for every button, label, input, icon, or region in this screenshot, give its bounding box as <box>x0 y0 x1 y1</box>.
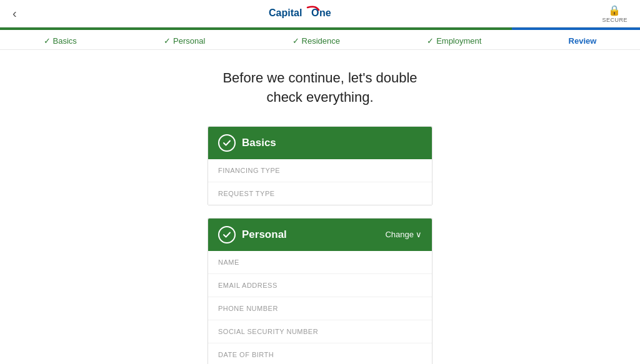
field-dob: DATE OF BIRTH <box>208 343 432 364</box>
section-personal-fields: NAME EMAIL ADDRESS PHONE NUMBER SOCIAL S… <box>208 251 432 364</box>
lock-icon: 🔒 <box>608 4 621 16</box>
section-basics-check <box>218 134 236 152</box>
step-residence-label: Residence <box>302 36 340 46</box>
personal-change-button[interactable]: Change ∨ <box>385 230 422 239</box>
step-basics[interactable]: ✓ Basics <box>44 36 77 46</box>
step-personal[interactable]: ✓ Personal <box>164 36 205 46</box>
header: ‹ Capital O ne 🔒 SECURE <box>0 0 640 27</box>
progress-basics <box>0 27 128 30</box>
personal-change-label: Change <box>385 230 414 239</box>
check-icon-basics: ✓ <box>44 36 51 46</box>
step-personal-label: Personal <box>173 36 205 46</box>
step-basics-label: Basics <box>53 36 77 46</box>
page-title: Before we continue, let's double check e… <box>208 69 432 107</box>
section-personal: Personal Change ∨ NAME EMAIL ADDRESS PHO… <box>208 218 432 364</box>
chevron-down-icon: ∨ <box>416 230 422 239</box>
secure-label: SECURE <box>602 17 628 23</box>
progress-residence <box>256 27 384 30</box>
step-review[interactable]: Review <box>569 36 597 46</box>
check-icon-employment: ✓ <box>427 36 434 46</box>
section-basics-title: Basics <box>242 137 276 149</box>
section-basics-left: Basics <box>218 134 276 152</box>
progress-bar <box>0 27 640 30</box>
progress-personal <box>128 27 256 30</box>
check-icon-residence: ✓ <box>292 36 299 46</box>
section-personal-title: Personal <box>242 229 287 241</box>
progress-review <box>512 27 640 30</box>
section-basics-header: Basics <box>208 127 432 159</box>
steps-nav: ✓ Basics ✓ Personal ✓ Residence ✓ Employ… <box>0 30 640 50</box>
field-name: NAME <box>208 251 432 274</box>
step-employment-label: Employment <box>436 36 481 46</box>
field-email: EMAIL ADDRESS <box>208 274 432 297</box>
svg-text:ne: ne <box>319 7 331 18</box>
section-basics-fields: FINANCING TYPE REQUEST TYPE <box>208 159 432 205</box>
step-residence[interactable]: ✓ Residence <box>292 36 340 46</box>
section-personal-left: Personal <box>218 226 287 243</box>
section-basics: Basics FINANCING TYPE REQUEST TYPE <box>208 126 432 205</box>
svg-text:Capital: Capital <box>269 7 302 18</box>
step-review-label: Review <box>569 36 597 46</box>
progress-employment <box>384 27 512 30</box>
logo: Capital O ne <box>269 5 350 22</box>
section-personal-check <box>218 226 236 243</box>
field-phone: PHONE NUMBER <box>208 297 432 320</box>
section-personal-header: Personal Change ∨ <box>208 219 432 251</box>
field-financing-type: FINANCING TYPE <box>208 159 432 182</box>
back-button[interactable]: ‹ <box>12 6 17 21</box>
field-ssn: SOCIAL SECURITY NUMBER <box>208 320 432 343</box>
field-request-type: REQUEST TYPE <box>208 182 432 205</box>
step-employment[interactable]: ✓ Employment <box>427 36 481 46</box>
check-icon-personal: ✓ <box>164 36 171 46</box>
secure-indicator: 🔒 SECURE <box>602 4 628 23</box>
main-content: Before we continue, let's double check e… <box>195 50 445 364</box>
